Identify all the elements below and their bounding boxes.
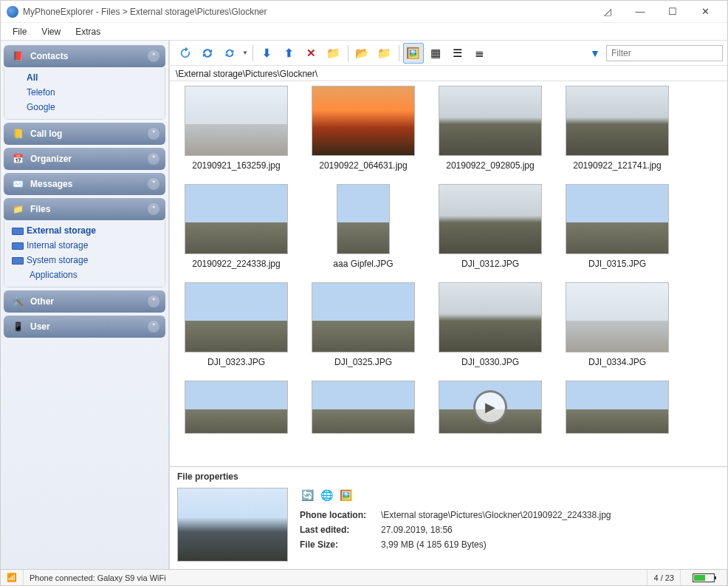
files-item-external[interactable]: External storage — [27, 223, 160, 238]
props-refresh-button[interactable]: 🔄 — [300, 488, 315, 502]
sdcard-icon — [12, 242, 24, 250]
menu-view[interactable]: View — [34, 24, 68, 39]
view-details-button[interactable]: ≣ — [470, 43, 490, 64]
nav-files-header[interactable]: 📁 Files ˄ — [4, 198, 165, 220]
upload-button[interactable]: ⬆ — [279, 43, 300, 64]
props-size-label: File Size: — [300, 539, 381, 550]
file-name: DJI_0312.JPG — [461, 259, 519, 269]
file-item[interactable]: 20190922_224338.jpg — [177, 184, 295, 269]
file-thumbnail — [566, 282, 669, 352]
user-icon: 📱 — [10, 320, 26, 333]
contacts-item-all[interactable]: All — [27, 70, 160, 85]
titlebar-custom[interactable]: ◿ — [591, 1, 624, 22]
file-item[interactable]: 20190922_092805.jpg — [431, 86, 549, 171]
file-item[interactable]: aaa Gipfel.JPG — [304, 184, 422, 269]
chevron-down-icon: ˅ — [148, 296, 159, 307]
close-button[interactable]: ✕ — [689, 1, 721, 22]
file-item[interactable]: DJI_0330.JPG — [431, 282, 549, 367]
menubar: File View Extras — [1, 23, 727, 41]
status-wifi-icon: 📶 — [1, 570, 24, 585]
contacts-item-telefon[interactable]: Telefon — [27, 85, 160, 100]
menu-extras[interactable]: Extras — [68, 24, 108, 39]
sync-dropdown[interactable]: ▼ — [241, 50, 250, 56]
file-item[interactable]: DJI_0334.JPG — [558, 282, 676, 367]
nav-other-label: Other — [30, 296, 54, 307]
filter-input[interactable] — [606, 45, 723, 61]
sync-one-button[interactable] — [219, 43, 240, 64]
files-icon: 📁 — [10, 202, 26, 216]
filter-icon: ▼ — [590, 47, 603, 59]
nav-calllog-header[interactable]: 📒 Call log ˅ — [4, 123, 165, 145]
file-thumbnail — [185, 282, 288, 352]
file-thumbnail — [337, 184, 390, 254]
files-item-system[interactable]: System storage — [27, 253, 160, 268]
nav-other-header[interactable]: 🛠️ Other ˅ — [4, 290, 165, 313]
refresh-button[interactable] — [175, 43, 196, 64]
chevron-up-icon: ˄ — [148, 50, 159, 62]
props-geo-button[interactable]: 🌐 — [319, 488, 334, 502]
delete-button[interactable]: ✕ — [301, 43, 322, 64]
window-title: MyPhoneExplorer - Files > External stora… — [23, 7, 591, 17]
nav-files-label: Files — [30, 204, 50, 214]
download-button[interactable]: ⬇ — [257, 43, 278, 64]
file-item[interactable]: ▶ — [431, 381, 549, 434]
menu-file[interactable]: File — [5, 24, 34, 39]
props-image-button[interactable]: 🖼️ — [338, 488, 353, 502]
contacts-item-google[interactable]: Google — [27, 100, 160, 115]
file-item[interactable]: DJI_0325.JPG — [304, 282, 422, 367]
folder-tree-button[interactable]: 📁 — [374, 43, 395, 64]
file-name: DJI_0315.JPG — [588, 259, 646, 269]
maximize-button[interactable]: ☐ — [656, 1, 689, 22]
sync-all-button[interactable] — [197, 43, 218, 64]
folder-up-button[interactable]: 📂 — [352, 43, 373, 64]
file-thumbnail — [439, 184, 542, 254]
breadcrumb-path: \External storage\Pictures\Glockner\ — [170, 66, 727, 81]
chevron-down-icon: ˅ — [148, 128, 159, 140]
chevron-down-icon: ˅ — [148, 321, 159, 333]
nav-user-label: User — [30, 321, 50, 332]
file-item[interactable]: 20190922_121741.jpg — [558, 86, 676, 171]
file-item[interactable]: DJI_0312.JPG — [431, 184, 549, 269]
file-name: aaa Gipfel.JPG — [333, 259, 393, 269]
toolbar: ▼ ⬇ ⬆ ✕ 📁 📂 📁 🖼️ ▦ ☰ ≣ ▼ — [170, 41, 727, 66]
file-grid-scroll[interactable]: 20190921_163259.jpg20190922_064631.jpg20… — [170, 81, 727, 466]
view-tiles-button[interactable]: ▦ — [425, 43, 446, 64]
files-item-internal[interactable]: Internal storage — [27, 238, 160, 253]
chevron-down-icon: ˅ — [148, 178, 159, 190]
nav-messages-label: Messages — [30, 179, 72, 189]
new-folder-button[interactable]: 📁 — [323, 43, 344, 64]
nav-messages-header[interactable]: ✉️ Messages ˅ — [4, 173, 165, 195]
file-name: 20190922_092805.jpg — [446, 160, 534, 171]
organizer-icon: 📅 — [10, 152, 26, 166]
nav-contacts: 📕 Contacts ˄ All Telefon Google — [4, 45, 165, 120]
file-grid: 20190921_163259.jpg20190922_064631.jpg20… — [177, 86, 724, 434]
properties-thumbnail — [177, 488, 288, 562]
other-icon: 🛠️ — [10, 295, 26, 308]
file-thumbnail — [566, 381, 669, 434]
file-item[interactable] — [177, 381, 295, 434]
file-item[interactable] — [304, 381, 422, 434]
file-item[interactable] — [558, 381, 676, 434]
nav-contacts-header[interactable]: 📕 Contacts ˄ — [4, 45, 165, 67]
status-battery — [681, 570, 727, 585]
sdcard-icon — [12, 257, 24, 265]
file-item[interactable]: 20190922_064631.jpg — [304, 86, 422, 171]
sdcard-icon — [12, 228, 24, 235]
properties-title: File properties — [177, 471, 720, 482]
file-name: 20190922_121741.jpg — [573, 160, 661, 171]
props-size-value: 3,99 MB (4 185 619 Bytes) — [381, 539, 487, 550]
view-thumbs-button[interactable]: 🖼️ — [403, 43, 424, 64]
file-thumbnail — [566, 86, 669, 156]
chevron-down-icon: ˅ — [148, 153, 159, 165]
file-thumbnail — [566, 184, 669, 254]
files-item-applications[interactable]: Applications — [27, 268, 160, 282]
file-item[interactable]: 20190921_163259.jpg — [177, 86, 295, 171]
file-name: DJI_0334.JPG — [588, 357, 646, 367]
view-list-button[interactable]: ☰ — [447, 43, 468, 64]
file-item[interactable]: DJI_0323.JPG — [177, 282, 295, 367]
status-count: 4 / 23 — [648, 570, 681, 585]
nav-user-header[interactable]: 📱 User ˅ — [4, 316, 165, 338]
nav-organizer-header[interactable]: 📅 Organizer ˅ — [4, 148, 165, 170]
minimize-button[interactable]: — — [624, 1, 656, 22]
file-item[interactable]: DJI_0315.JPG — [558, 184, 676, 269]
